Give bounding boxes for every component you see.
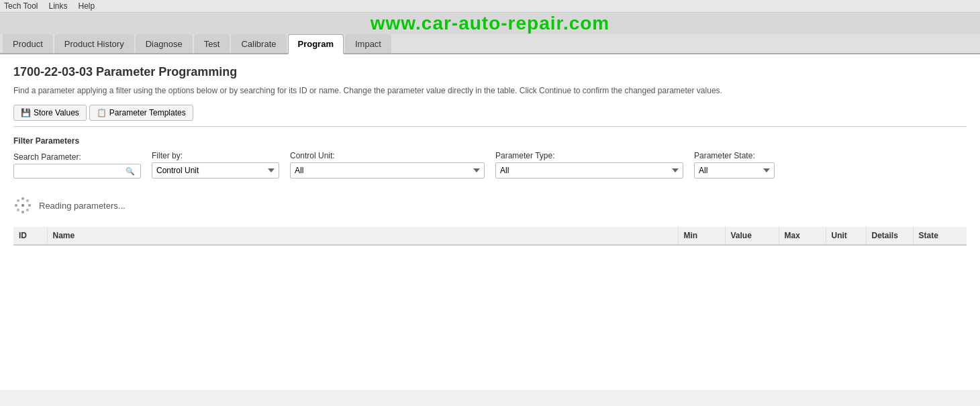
parameter-templates-button[interactable]: 📋 Parameter Templates [89,105,193,121]
loading-row: Reading parameters... [13,189,967,221]
parameter-state-select[interactable]: All [694,162,775,179]
menu-links[interactable]: Links [48,1,67,11]
table-header-row: ID Name Min Value Max Unit Details State [13,227,967,245]
col-header-min: Min [678,227,725,245]
col-header-value: Value [725,227,779,245]
store-values-button[interactable]: 💾 Store Values [13,105,87,121]
col-header-state: State [913,227,967,245]
tab-test[interactable]: Test [194,34,230,53]
parameter-type-select[interactable]: All [495,162,683,179]
filter-by-select[interactable]: Control Unit All Parameter Group [152,162,279,179]
search-icon: 🔍 [126,167,135,176]
search-parameter-input-wrapper: 🔍 [13,164,141,179]
tab-impact[interactable]: Impact [345,34,391,53]
tab-program[interactable]: Program [288,34,344,54]
search-parameter-input[interactable] [18,166,126,176]
col-header-details: Details [866,227,913,245]
parameter-type-group: Parameter Type: All [495,151,683,179]
tab-diagnose[interactable]: Diagnose [136,34,193,53]
page-title: 1700-22-03-03 Parameter Programming [13,65,967,79]
col-header-unit: Unit [826,227,866,245]
watermark: www.car-auto-repair.com [371,13,610,34]
control-unit-group: Control Unit: All [290,151,485,179]
filter-row: Search Parameter: 🔍 Filter by: Control U… [13,151,967,179]
spinner-icon [13,196,32,215]
filter-by-label: Filter by: [152,151,279,160]
search-parameter-label: Search Parameter: [13,152,141,162]
filter-section-title: Filter Parameters [13,136,967,146]
tab-product-history[interactable]: Product History [54,34,134,53]
col-header-id: ID [13,227,47,245]
tab-calibrate[interactable]: Calibrate [231,34,286,53]
header-row: www.car-auto-repair.com [0,13,980,34]
store-values-icon: 💾 [21,108,31,117]
menu-tech-tool[interactable]: Tech Tool [4,1,38,11]
tab-product[interactable]: Product [3,34,53,53]
top-menubar: Tech Tool Links Help [0,0,980,13]
page-description: Find a parameter applying a filter using… [13,86,967,95]
parameter-templates-icon: 📋 [97,108,107,117]
search-parameter-group: Search Parameter: 🔍 [13,152,141,179]
filter-section: Filter Parameters Search Parameter: 🔍 Fi… [13,136,967,179]
store-values-label: Store Values [34,108,79,117]
nav-tabs: Product Product History Diagnose Test Ca… [0,34,980,54]
loading-text: Reading parameters... [39,201,126,211]
main-content: 1700-22-03-03 Parameter Programming Find… [0,54,980,390]
parameter-state-group: Parameter State: All [694,151,775,179]
menu-help[interactable]: Help [79,1,95,11]
parameter-type-label: Parameter Type: [495,151,683,160]
control-unit-select[interactable]: All [290,162,485,179]
toolbar: 💾 Store Values 📋 Parameter Templates [13,105,967,127]
parameter-table: ID Name Min Value Max Unit Details State [13,227,967,246]
parameter-state-label: Parameter State: [694,151,775,160]
control-unit-label: Control Unit: [290,151,485,160]
parameter-templates-label: Parameter Templates [109,108,186,117]
filter-by-group: Filter by: Control Unit All Parameter Gr… [152,151,279,179]
col-header-name: Name [47,227,678,245]
col-header-max: Max [779,227,826,245]
